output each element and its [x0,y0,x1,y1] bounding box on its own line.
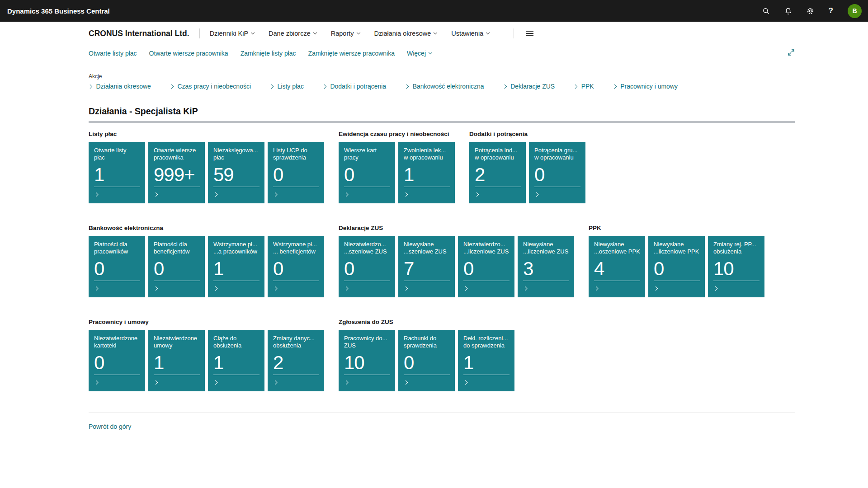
cue-tile[interactable]: Wstrzymane pł... ... beneficjentów 0 [268,236,324,297]
cue-tile-title-line1: Niewysłane [594,241,641,248]
cue-tile-title: Potrącenia ind... w opracowaniu [475,147,522,162]
cue-tile-value: 10 [713,259,760,278]
cue-tile[interactable]: Wiersze kart pracy 0 [339,142,395,203]
cue-tile-title: Niewysłane ...oszeniowe PPK [594,241,641,256]
chevron-right-icon [404,284,407,292]
cue-tile-value: 2 [273,353,320,372]
action-czas-pracy[interactable]: Czas pracy i nieobecności [170,83,251,90]
cue-tile-title-line2: umowy [154,342,201,349]
cue-group: PPK Niewysłane ...oszeniowe PPK 4 Niewys… [589,225,764,297]
search-icon[interactable] [762,7,770,15]
cue-tile-title: Zwolnienia lek... w opracowaniu [404,147,451,162]
chevron-right-icon [88,84,92,88]
cue-tile[interactable]: Zwolnienia lek... w opracowaniu 1 [398,142,455,203]
chevron-right-icon [344,190,348,198]
cue-tile-title-line1: Niewysłane [523,241,570,248]
back-to-top-link[interactable]: Powrót do góry [89,423,131,430]
menu-dane-zbiorcze[interactable]: Dane zbiorcze [269,30,316,37]
cue-tile-separator [273,375,319,375]
action-listy-plac[interactable]: Listy płac [270,83,304,90]
topbar: Dynamics 365 Business Central ? B [0,0,868,22]
divider [199,28,200,38]
cue-tile[interactable]: Rachunki do sprawdzenia 0 [398,330,455,391]
cue-tile[interactable]: Otwarte wiersze pracownika 999+ [148,142,205,203]
bell-icon[interactable] [784,7,792,15]
subnav-otwarte-wiersze-pracownika[interactable]: Otwarte wiersze pracownika [149,50,228,57]
cue-tile[interactable]: Niewysłane ...oszeniowe PPK 4 [589,236,645,297]
chevron-right-icon [154,190,157,198]
cue-tile-title-line2: sprawdzenia [273,154,320,161]
cue-tile[interactable]: Zmiany rej. PP... obsłużenia 10 [708,236,764,297]
cue-tile[interactable]: Niezaksięgowa... płac 59 [208,142,264,203]
subnav-zamkniete-listy-plac[interactable]: Zamknięte listy płac [241,50,296,57]
chevron-right-icon [322,84,326,88]
chevron-right-icon [344,378,348,386]
cue-tile-value: 1 [213,353,260,372]
cue-tile[interactable]: Pracownicy do... ZUS 10 [339,330,395,391]
cue-group-row: Pracownicy i umowy Niezatwierdzone karto… [89,319,868,391]
cue-tile[interactable]: Otwarte listy płac 1 [89,142,145,203]
action-bankowosc[interactable]: Bankowość elektroniczna [405,83,484,90]
action-pracownicy-umowy[interactable]: Pracownicy i umowy [613,83,678,90]
cue-tile[interactable]: Potrącenia gru... w opracowaniu 0 [529,142,585,203]
subnav-zamkniete-wiersze-pracownika[interactable]: Zamknięte wiersze pracownika [308,50,395,57]
cue-tile[interactable]: Płatności dla pracowników 0 [89,236,145,297]
cue-tile[interactable]: Wstrzymane pł... ...a pracowników 1 [208,236,264,297]
expand-icon[interactable] [788,49,795,58]
cue-tile[interactable]: Niezatwierdzo... ...liczeniowe ZUS 0 [458,236,514,297]
cue-tile-title-line2: w opracowaniu [404,154,451,161]
chevron-right-icon [154,284,157,292]
menu-dzienniki-kip[interactable]: Dzienniki KiP [210,30,254,37]
cue-tile[interactable]: Niewysłane ...liczeniowe PPK 0 [648,236,705,297]
avatar[interactable]: B [848,4,862,18]
cue-tile[interactable]: Niezatwierdzone kartoteki 0 [89,330,145,391]
cue-tile-title: Otwarte listy płac [94,147,141,162]
help-icon[interactable]: ? [829,6,833,15]
cue-group-title: PPK [589,225,764,231]
cue-tile[interactable]: Niewysłane ...liczeniowe ZUS 3 [518,236,574,297]
company-name[interactable]: CRONUS International Ltd. [89,29,189,38]
cue-group: Deklaracje ZUS Niezatwierdzo... ...szeni… [339,225,574,297]
cue-tile[interactable]: Niezatwierdzo... ...szeniowe ZUS 0 [339,236,395,297]
cue-tile[interactable]: Niewysłane ...szeniowe ZUS 7 [398,236,455,297]
chevron-right-icon [714,284,717,292]
gear-icon[interactable] [807,7,814,15]
cue-tile-separator [154,375,200,375]
cue-tile-title-line1: Listy UCP do [273,147,320,154]
cue-group-title: Dodatki i potrącenia [469,131,585,137]
cue-tile-title: Niewysłane ...liczeniowe ZUS [523,241,570,256]
subnav-more-button[interactable]: Więcej [407,50,432,57]
action-deklaracje-zus[interactable]: Deklaracje ZUS [503,83,555,90]
cue-tile[interactable]: Ciąże do obsłużenia 1 [208,330,264,391]
cue-tile-value: 0 [344,259,391,278]
action-ppk[interactable]: PPK [574,83,594,90]
cue-tile[interactable]: Płatności dla beneficjentów 0 [148,236,205,297]
menu-dzialania-okresowe[interactable]: Działania okresowe [374,30,437,37]
cue-tile[interactable]: Listy UCP do sprawdzenia 0 [268,142,324,203]
subnav-otwarte-listy-plac[interactable]: Otwarte listy płac [89,50,137,57]
cue-tile-separator [213,281,259,281]
cue-tile-title: Rachunki do sprawdzenia [404,335,451,350]
hamburger-menu-icon[interactable] [526,29,533,38]
cue-tile-separator [94,375,140,375]
subnav: Otwarte listy płac Otwarte wiersze praco… [0,45,868,61]
action-dodatki-potracenia[interactable]: Dodatki i potrącenia [323,83,386,90]
action-dzialania-okresowe[interactable]: Działania okresowe [89,83,151,90]
cue-tile[interactable]: Zmiany danyc... obsłużenia 2 [268,330,324,391]
cue-tile-title-line1: Niezatwierdzone [94,335,141,342]
chevron-right-icon [94,190,98,198]
cue-tile[interactable]: Potrącenia ind... w opracowaniu 2 [469,142,526,203]
cue-tile-title-line1: Wiersze kart [344,147,391,154]
cue-tile[interactable]: Dekl. rozliczeni... do sprawdzenia 1 [458,330,514,391]
actions-row: Działania okresowe Czas pracy i nieobecn… [0,83,868,90]
menu-ustawienia[interactable]: Ustawienia [451,30,489,37]
cue-group: Bankowość elektroniczna Płatności dla pr… [89,225,324,297]
menu-raporty[interactable]: Raporty [331,30,360,37]
cue-group-title: Ewidencja czasu pracy i nieobecności [339,131,455,137]
cue-tile-title: Płatności dla pracowników [94,241,141,256]
chevron-right-icon [573,84,577,88]
cue-tile[interactable]: Niezatwierdzone umowy 1 [148,330,205,391]
chevron-right-icon [404,378,407,386]
cue-group-title: Deklaracje ZUS [339,225,574,231]
app-title[interactable]: Dynamics 365 Business Central [7,7,110,15]
